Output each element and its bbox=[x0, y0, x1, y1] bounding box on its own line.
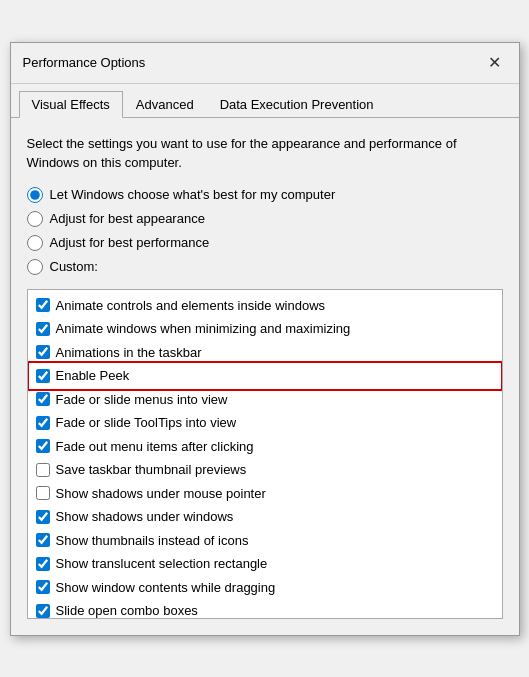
checkbox-item-fade-menu-items[interactable]: Fade out menu items after clicking bbox=[30, 435, 500, 459]
performance-options-dialog: Performance Options ✕ Visual EffectsAdva… bbox=[10, 42, 520, 636]
checkbox-item-animate-windows[interactable]: Animate windows when minimizing and maxi… bbox=[30, 317, 500, 341]
radio-let-windows[interactable] bbox=[27, 187, 43, 203]
checkbox-item-fade-slide-tooltips[interactable]: Fade or slide ToolTips into view bbox=[30, 411, 500, 435]
checkbox-item-show-shadows-windows[interactable]: Show shadows under windows bbox=[30, 505, 500, 529]
checkbox-label-fade-slide-tooltips: Fade or slide ToolTips into view bbox=[56, 413, 237, 433]
radio-label-custom: Custom: bbox=[50, 259, 98, 274]
checkbox-animate-controls[interactable] bbox=[36, 298, 50, 312]
checkbox-item-fade-slide-menus[interactable]: Fade or slide menus into view bbox=[30, 388, 500, 412]
radio-best-appearance[interactable] bbox=[27, 211, 43, 227]
checkbox-item-save-taskbar-thumbnails[interactable]: Save taskbar thumbnail previews bbox=[30, 458, 500, 482]
radio-best-performance[interactable] bbox=[27, 235, 43, 251]
checkbox-label-slide-combo-boxes: Slide open combo boxes bbox=[56, 601, 198, 619]
radio-item-best-appearance[interactable]: Adjust for best appearance bbox=[27, 211, 503, 227]
checkbox-animations-taskbar[interactable] bbox=[36, 345, 50, 359]
checkbox-item-show-shadows-pointer[interactable]: Show shadows under mouse pointer bbox=[30, 482, 500, 506]
close-button[interactable]: ✕ bbox=[483, 51, 507, 75]
checkbox-label-save-taskbar-thumbnails: Save taskbar thumbnail previews bbox=[56, 460, 247, 480]
radio-custom[interactable] bbox=[27, 259, 43, 275]
checkbox-show-translucent[interactable] bbox=[36, 557, 50, 571]
checkbox-show-shadows-pointer[interactable] bbox=[36, 486, 50, 500]
checkbox-item-enable-peek[interactable]: Enable Peek bbox=[30, 364, 500, 388]
checkbox-show-shadows-windows[interactable] bbox=[36, 510, 50, 524]
checkbox-show-thumbnails[interactable] bbox=[36, 533, 50, 547]
checkbox-label-animate-windows: Animate windows when minimizing and maxi… bbox=[56, 319, 351, 339]
radio-item-let-windows[interactable]: Let Windows choose what's best for my co… bbox=[27, 187, 503, 203]
checkbox-item-slide-combo-boxes[interactable]: Slide open combo boxes bbox=[30, 599, 500, 619]
checkbox-save-taskbar-thumbnails[interactable] bbox=[36, 463, 50, 477]
checkbox-item-animate-controls[interactable]: Animate controls and elements inside win… bbox=[30, 294, 500, 318]
checkbox-item-animations-taskbar[interactable]: Animations in the taskbar bbox=[30, 341, 500, 365]
dialog-title: Performance Options bbox=[23, 55, 146, 70]
checkbox-label-show-shadows-windows: Show shadows under windows bbox=[56, 507, 234, 527]
radio-item-best-performance[interactable]: Adjust for best performance bbox=[27, 235, 503, 251]
checkboxes-list[interactable]: Animate controls and elements inside win… bbox=[27, 289, 503, 619]
checkbox-fade-menu-items[interactable] bbox=[36, 439, 50, 453]
tab-data-execution[interactable]: Data Execution Prevention bbox=[207, 91, 387, 118]
radio-label-best-performance: Adjust for best performance bbox=[50, 235, 210, 250]
radio-item-custom[interactable]: Custom: bbox=[27, 259, 503, 275]
tab-advanced[interactable]: Advanced bbox=[123, 91, 207, 118]
checkbox-label-animations-taskbar: Animations in the taskbar bbox=[56, 343, 202, 363]
checkbox-animate-windows[interactable] bbox=[36, 322, 50, 336]
checkbox-fade-slide-menus[interactable] bbox=[36, 392, 50, 406]
checkbox-item-show-translucent[interactable]: Show translucent selection rectangle bbox=[30, 552, 500, 576]
radio-label-let-windows: Let Windows choose what's best for my co… bbox=[50, 187, 336, 202]
checkbox-label-fade-slide-menus: Fade or slide menus into view bbox=[56, 390, 228, 410]
checkbox-label-fade-menu-items: Fade out menu items after clicking bbox=[56, 437, 254, 457]
checkbox-label-show-window-contents: Show window contents while dragging bbox=[56, 578, 276, 598]
checkbox-fade-slide-tooltips[interactable] bbox=[36, 416, 50, 430]
checkbox-label-show-translucent: Show translucent selection rectangle bbox=[56, 554, 268, 574]
radio-label-best-appearance: Adjust for best appearance bbox=[50, 211, 205, 226]
checkbox-enable-peek[interactable] bbox=[36, 369, 50, 383]
title-bar: Performance Options ✕ bbox=[11, 43, 519, 84]
checkbox-slide-combo-boxes[interactable] bbox=[36, 604, 50, 618]
checkbox-label-animate-controls: Animate controls and elements inside win… bbox=[56, 296, 326, 316]
checkbox-label-show-shadows-pointer: Show shadows under mouse pointer bbox=[56, 484, 266, 504]
checkbox-label-show-thumbnails: Show thumbnails instead of icons bbox=[56, 531, 249, 551]
checkbox-item-show-thumbnails[interactable]: Show thumbnails instead of icons bbox=[30, 529, 500, 553]
radio-group: Let Windows choose what's best for my co… bbox=[27, 187, 503, 275]
checkbox-label-enable-peek: Enable Peek bbox=[56, 366, 130, 386]
description-text: Select the settings you want to use for … bbox=[27, 134, 503, 173]
checkbox-show-window-contents[interactable] bbox=[36, 580, 50, 594]
tabs-container: Visual EffectsAdvancedData Execution Pre… bbox=[11, 84, 519, 118]
dialog-content: Select the settings you want to use for … bbox=[11, 118, 519, 635]
tab-visual-effects[interactable]: Visual Effects bbox=[19, 91, 123, 118]
checkbox-item-show-window-contents[interactable]: Show window contents while dragging bbox=[30, 576, 500, 600]
